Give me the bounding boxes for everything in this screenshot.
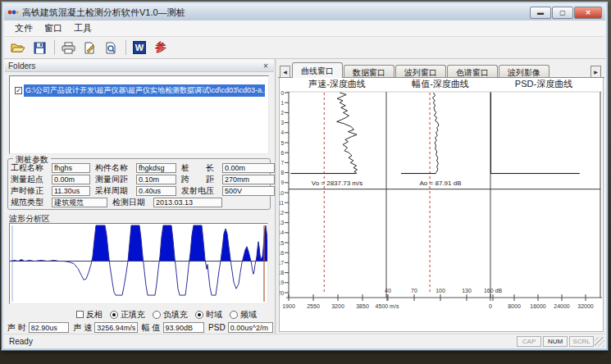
open-file-button[interactable] [8, 39, 28, 57]
svg-text:3850: 3850 [356, 303, 369, 309]
svg-text:Vo = 2837.73 m/s: Vo = 2837.73 m/s [312, 180, 363, 187]
radio-icon [230, 311, 238, 319]
svg-text:14: 14 [280, 230, 284, 235]
velocity-field[interactable]: 3256.94m/s [94, 322, 138, 333]
file-path[interactable]: G:\公司产品设计开发\超声仪器\超声仪实地检测数据调试\cd\cd03\cd0… [24, 84, 265, 97]
svg-text:4500 m/s: 4500 m/s [376, 303, 399, 309]
field-test-date[interactable]: 2013.03.13 [153, 198, 222, 207]
main-body: Folders × ✓ G:\公司产品设计开发\超声仪器\超声仪实地检测数据调试… [4, 59, 605, 334]
depth-charts[interactable]: 01234567891011121314151617181920声速-深度曲线1… [279, 78, 604, 332]
folders-caption[interactable]: Folders × [5, 60, 274, 72]
field-pile-length[interactable]: 0.00m [222, 163, 275, 173]
checkbox-checked-icon[interactable]: ✓ [15, 87, 22, 94]
menu-tools[interactable]: 工具 [68, 20, 98, 36]
label-sample-period: 采样周期 [95, 185, 136, 197]
waveform-svg [10, 224, 267, 303]
field-start[interactable]: 0.00m [52, 175, 90, 184]
fill-positive-radio[interactable]: 正填充 [110, 309, 145, 321]
toolbar: W 参 [4, 37, 605, 59]
word-icon: W [133, 41, 146, 54]
menu-window[interactable]: 窗口 [39, 20, 68, 36]
wave-controls: 反相 正填充 负填充 时域 频域 [76, 309, 273, 320]
field-span[interactable]: 270mm [222, 175, 275, 184]
psd-field[interactable]: 0.00us^2/m [228, 322, 273, 333]
export-button[interactable] [80, 39, 99, 57]
status-bar: Ready CAP NUM SCRL [4, 334, 605, 348]
app-icon [7, 7, 19, 17]
freq-domain-radio[interactable]: 频域 [230, 309, 257, 321]
svg-text:10: 10 [280, 190, 284, 196]
close-pane-icon[interactable]: × [261, 61, 271, 71]
svg-text:2: 2 [280, 110, 284, 116]
floppy-icon [34, 42, 46, 54]
tab-data-window[interactable]: 数据窗口 [344, 65, 394, 78]
field-project[interactable]: fhghs [52, 163, 90, 173]
maximize-button[interactable]: ▢ [552, 7, 573, 19]
print-button[interactable] [58, 39, 78, 57]
title-bar[interactable]: 高铁建筑混凝土检测分析软件V1.0—测桩 ▬ ▢ ✕ [4, 4, 605, 20]
svg-text:18: 18 [280, 270, 284, 275]
list-item[interactable]: ✓ G:\公司产品设计开发\超声仪器\超声仪实地检测数据调试\cd\cd03\c… [15, 84, 265, 96]
invert-checkbox[interactable]: 反相 [76, 309, 103, 321]
save-button[interactable] [30, 39, 49, 57]
svg-text:0: 0 [280, 90, 284, 96]
waveform-plot[interactable] [9, 223, 268, 304]
app-window: 高铁建筑混凝土检测分析软件V1.0—测桩 ▬ ▢ ✕ 文件 窗口 工具 [1, 1, 609, 351]
sound-time-label: 声 时 [7, 322, 26, 334]
print-preview-button[interactable] [101, 39, 121, 57]
field-sample-period[interactable]: 0.40us [136, 186, 176, 196]
parameters-button[interactable]: 参 [151, 39, 171, 57]
label-test-date: 检测日期 [112, 197, 153, 208]
sound-time-field[interactable]: 82.90us [29, 322, 70, 333]
svg-text:3: 3 [280, 120, 284, 125]
svg-text:13: 13 [280, 220, 284, 225]
label-span: 跨 距 [181, 174, 222, 185]
svg-text:16: 16 [280, 250, 284, 256]
minimize-button[interactable]: ▬ [530, 7, 551, 19]
field-voltage[interactable]: 500V [222, 186, 275, 196]
svg-text:9: 9 [280, 180, 284, 185]
svg-text:12: 12 [280, 210, 284, 216]
svg-text:7: 7 [280, 160, 284, 166]
field-spacing[interactable]: 0.10m [136, 175, 176, 184]
page-export-icon [84, 42, 96, 54]
menu-file[interactable]: 文件 [9, 20, 39, 36]
tab-spectrum-window[interactable]: 色谱窗口 [447, 65, 498, 78]
tab-wavetrain-image[interactable]: 波列影像 [499, 65, 549, 78]
svg-text:5: 5 [280, 140, 284, 146]
field-component[interactable]: fhgkdsg [136, 163, 176, 173]
param-icon: 参 [155, 40, 166, 55]
svg-text:0: 0 [489, 303, 492, 309]
label-spec-type: 规范类型 [11, 197, 52, 208]
folders-pane: Folders × ✓ G:\公司产品设计开发\超声仪器\超声仪实地检测数据调试… [4, 59, 276, 334]
label-spacing: 测量间距 [95, 174, 136, 185]
svg-text:70: 70 [411, 288, 417, 293]
field-spec-type[interactable]: 建筑规范 [52, 198, 107, 207]
word-report-button[interactable]: W [130, 39, 149, 57]
tab-scroll-left-icon[interactable]: ◀ [280, 66, 290, 78]
time-domain-radio[interactable]: 时域 [195, 309, 222, 321]
fill-negative-radio[interactable]: 负填充 [153, 309, 188, 321]
preview-magnifier-icon [105, 42, 117, 54]
label-component: 构件名称 [95, 162, 136, 174]
svg-text:PSD-深度曲线: PSD-深度曲线 [515, 79, 572, 89]
tab-wavetrain-window[interactable]: 波列窗口 [395, 65, 446, 78]
svg-text:20: 20 [280, 290, 284, 296]
pile-params-group: 测桩参数 工程名称 fhghs 构件名称 fhgkdsg 桩 长 0.00m 测… [7, 158, 271, 210]
num-indicator: NUM [543, 336, 568, 347]
radio-icon [153, 311, 161, 319]
file-listbox[interactable]: ✓ G:\公司产品设计开发\超声仪器\超声仪实地检测数据调试\cd\cd03\c… [9, 75, 269, 154]
tab-curve-window[interactable]: 曲线窗口 [292, 62, 343, 78]
label-start: 测量起点 [11, 174, 52, 185]
chart-pane: ◀ 曲线窗口 数据窗口 波列窗口 色谱窗口 波列影像 ▶ 01234567891… [277, 59, 605, 334]
svg-text:15: 15 [280, 240, 284, 246]
field-time-corr[interactable]: 11.30us [52, 186, 90, 196]
amplitude-field[interactable]: 93.90dB [163, 322, 205, 333]
svg-text:8: 8 [280, 170, 284, 175]
close-button[interactable]: ✕ [574, 7, 602, 19]
tab-scroll-right-icon[interactable]: ▶ [590, 66, 601, 78]
tab-strip: ◀ 曲线窗口 数据窗口 波列窗口 色谱窗口 波列影像 ▶ [278, 61, 604, 78]
svg-text:24000: 24000 [554, 303, 570, 309]
resize-grip[interactable] [595, 337, 604, 347]
radio-selected-icon [195, 311, 203, 319]
